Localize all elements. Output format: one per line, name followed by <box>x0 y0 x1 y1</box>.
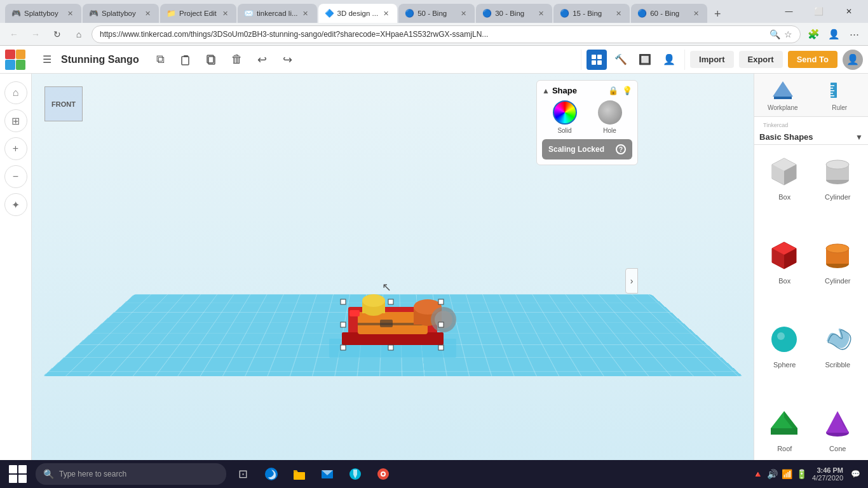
back-button[interactable]: ← <box>5 25 23 43</box>
network-icon[interactable]: 🔺 <box>752 469 763 479</box>
tab-title-8: 15 - Bing <box>573 10 611 17</box>
compass-button[interactable]: ✦ <box>4 193 27 216</box>
svg-rect-63 <box>294 472 305 480</box>
minimize-button[interactable]: — <box>775 2 803 21</box>
shape-item-box-red[interactable]: Box <box>759 234 810 315</box>
paste-button[interactable] <box>175 48 198 71</box>
refresh-button[interactable]: ↻ <box>48 25 66 43</box>
lock-icon[interactable]: 🔒 <box>608 86 618 95</box>
tinkercad-logo[interactable] <box>5 50 31 70</box>
shape-item-scribble[interactable]: Scribble <box>813 318 864 399</box>
extensions-icon[interactable]: 🧩 <box>804 25 822 43</box>
redo-button[interactable]: ↪ <box>276 48 299 71</box>
solid-type-button[interactable]: Solid <box>553 100 577 134</box>
home-view-button[interactable]: ⌂ <box>4 81 27 104</box>
start-button[interactable] <box>5 461 31 487</box>
duplicate-button[interactable] <box>200 48 223 71</box>
tab-close-8[interactable]: ✕ <box>613 8 623 18</box>
svg-rect-22 <box>380 320 393 327</box>
tab-30-bing[interactable]: 🔵 30 - Bing ✕ <box>476 4 552 23</box>
scaling-locked-help-icon[interactable]: ? <box>616 144 626 154</box>
home-button[interactable]: ⌂ <box>70 25 88 43</box>
search-bar[interactable]: 🔍 Type here to search <box>36 463 226 485</box>
address-bar[interactable]: https://www.tinkercad.com/things/3DSoUm0… <box>92 25 801 43</box>
shape-item-sphere-teal[interactable]: Sphere <box>759 318 810 399</box>
tab-50-bing[interactable]: 🔵 50 - Bing ✕ <box>398 4 475 23</box>
user-add-button[interactable]: 👤 <box>659 50 679 70</box>
shape-label-box-silver: Box <box>778 193 790 201</box>
zoom-out-button[interactable]: − <box>4 165 27 188</box>
scaling-locked-button[interactable]: Scaling Locked ? <box>542 139 632 159</box>
more-icon[interactable]: ⋯ <box>845 25 863 43</box>
tab-close-3[interactable]: ✕ <box>220 8 230 18</box>
taskbar-app-edge[interactable] <box>259 462 283 486</box>
tab-title-7: 30 - Bing <box>495 10 533 17</box>
task-view-button[interactable]: ⊡ <box>231 463 254 485</box>
tab-tinkercad-li[interactable]: ✉️ tinkercad li... ✕ <box>238 4 317 23</box>
shapes-dropdown[interactable]: Basic Shapes ▼ <box>754 130 868 145</box>
collapse-arrow-icon[interactable]: ▲ <box>542 86 550 95</box>
shape-item-cylinder-silver[interactable]: Cylinder <box>813 150 864 231</box>
logo-cell-bottom-left <box>5 60 15 70</box>
sim-view-button[interactable]: 🔲 <box>635 50 655 70</box>
workplane-button[interactable]: Workplane <box>754 74 811 116</box>
fit-view-button[interactable]: ⊞ <box>4 109 27 132</box>
delete-button[interactable]: 🗑 <box>226 48 248 71</box>
tab-close-7[interactable]: ✕ <box>536 8 546 18</box>
export-button[interactable]: Export <box>739 51 783 68</box>
view-cube[interactable]: FRONT <box>44 86 89 137</box>
shape-item-cylinder-orange[interactable]: Cylinder <box>813 234 864 315</box>
notification-button[interactable]: 💬 <box>848 470 863 478</box>
grid-view-button[interactable] <box>587 50 607 70</box>
taskbar-app-explorer[interactable] <box>287 462 311 486</box>
tab-15-bing[interactable]: 🔵 15 - Bing ✕ <box>553 4 630 23</box>
tab-3ddesign[interactable]: 🔷 3D design ... ✕ <box>318 4 398 23</box>
forward-button[interactable]: → <box>27 25 44 43</box>
svg-rect-0 <box>182 57 189 65</box>
taskbar-system: 🔺 🔊 📶 🔋 3:46 PM 4/27/2020 💬 <box>752 466 863 482</box>
undo-button[interactable]: ↩ <box>251 48 274 71</box>
zoom-in-button[interactable]: + <box>4 137 27 160</box>
viewport[interactable]: FRONT <box>32 74 754 488</box>
search-icon[interactable]: 🔍 <box>770 29 780 39</box>
lightbulb-icon[interactable]: 💡 <box>622 86 632 95</box>
volume-icon[interactable]: 🔊 <box>767 469 778 479</box>
tab-splattyboy-1[interactable]: 🎮 Splattyboy ✕ <box>5 4 81 23</box>
ruler-button[interactable]: Ruler <box>811 74 869 116</box>
profile-icon[interactable]: 👤 <box>825 25 843 43</box>
new-tab-button[interactable]: + <box>709 5 726 23</box>
tab-projectedit[interactable]: 📁 Project Edit ✕ <box>160 4 236 23</box>
view-cube-face[interactable]: FRONT <box>44 86 83 121</box>
tab-splattyboy-2[interactable]: 🎮 Splattyboy ✕ <box>83 4 159 23</box>
tab-close-1[interactable]: ✕ <box>65 8 75 18</box>
hole-type-button[interactable]: Hole <box>598 100 622 134</box>
taskbar-time[interactable]: 3:46 PM 4/27/2020 <box>812 466 843 482</box>
copy-button[interactable]: ⧉ <box>149 48 172 71</box>
tab-close-5[interactable]: ✕ <box>381 8 391 18</box>
user-avatar[interactable]: 👤 <box>843 50 863 70</box>
tab-close-9[interactable]: ✕ <box>691 8 701 18</box>
wifi-icon[interactable]: 📶 <box>782 469 792 479</box>
tab-close-6[interactable]: ✕ <box>458 8 468 18</box>
taskbar-app-maps[interactable] <box>343 462 367 486</box>
taskbar-app-mail[interactable] <box>315 462 339 486</box>
maximize-button[interactable]: ⬜ <box>804 2 833 21</box>
send-to-button[interactable]: Send To <box>788 51 837 68</box>
close-button[interactable]: ✕ <box>834 2 863 21</box>
hamburger-menu-icon[interactable]: ☰ <box>38 51 56 69</box>
tab-title-4: tinkercad li... <box>257 10 298 17</box>
panel-collapse-button[interactable]: › <box>625 268 638 294</box>
project-title: Stunning Sango <box>61 54 139 65</box>
taskbar-app-music[interactable] <box>371 462 395 486</box>
tab-60-bing[interactable]: 🔵 60 - Bing ✕ <box>631 4 707 23</box>
shape-item-box-silver[interactable]: Box <box>759 150 810 231</box>
roof-icon <box>767 406 802 441</box>
taskbar: 🔍 Type here to search ⊡ <box>0 460 868 488</box>
hammer-view-button[interactable]: 🔨 <box>611 50 631 70</box>
tab-close-2[interactable]: ✕ <box>142 8 153 18</box>
solid-label: Solid <box>557 127 571 134</box>
battery-icon[interactable]: 🔋 <box>796 469 807 479</box>
import-button[interactable]: Import <box>690 51 733 68</box>
tab-close-4[interactable]: ✕ <box>301 8 311 18</box>
bookmark-icon[interactable]: ☆ <box>784 29 792 39</box>
